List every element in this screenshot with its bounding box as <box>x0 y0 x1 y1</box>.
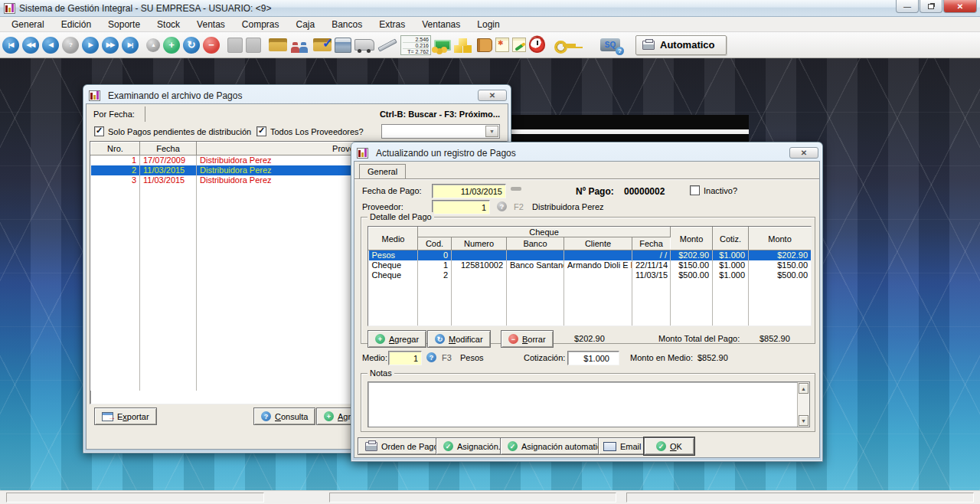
scroll-down-icon[interactable]: ▼ <box>799 415 808 426</box>
nav-first-icon[interactable]: |◀ <box>2 37 19 54</box>
detalle-modificar-button[interactable]: ↻ Modificar <box>427 330 491 348</box>
nav-last-icon[interactable]: ▶| <box>122 37 139 54</box>
menu-ventas[interactable]: Ventas <box>188 18 234 31</box>
auto-print-button[interactable]: Automatico <box>635 35 727 55</box>
medio-lookup-icon[interactable]: ? <box>426 352 436 362</box>
detalle-borrar-button[interactable]: − Borrar <box>501 330 554 348</box>
scroll-up-icon[interactable]: ▲ <box>799 383 808 394</box>
detalle-row[interactable]: Cheque 1 125810002 Banco Santand Armando… <box>369 260 812 270</box>
address-book-icon[interactable] <box>477 38 492 52</box>
orden-de-pago-button[interactable]: Orden de Pago <box>358 437 446 455</box>
email-button[interactable]: Email <box>598 437 647 455</box>
detalle-row[interactable]: Cheque 2 11/03/15 $500.00 $1.000 $500.00 <box>369 270 812 280</box>
combo-dropdown-icon[interactable]: ▼ <box>485 126 498 137</box>
col-medio[interactable]: Medio <box>369 227 418 250</box>
menu-soporte[interactable]: Soporte <box>100 18 149 31</box>
detalle-agregar-button[interactable]: + Agregar <box>368 330 426 348</box>
menu-ventanas[interactable]: Ventanas <box>413 18 469 31</box>
menu-compras[interactable]: Compras <box>234 18 288 31</box>
notas-legend: Notas <box>368 368 394 378</box>
delete-record-icon[interactable]: − <box>203 37 220 54</box>
col-numero[interactable]: Numero <box>452 237 507 250</box>
update-close-icon[interactable]: ✕ <box>789 147 818 159</box>
checkbox-checked-icon[interactable] <box>256 126 266 136</box>
blade-icon[interactable] <box>377 38 397 52</box>
inactivo-checkbox[interactable]: Inactivo? <box>690 185 737 195</box>
filter-pending-checkbox[interactable]: Solo Pagos pendientes de distribución <box>94 126 251 136</box>
col-monto2[interactable]: Monto <box>749 227 812 250</box>
consulta-button[interactable]: ? Consulta <box>253 407 315 425</box>
browse-tab-por-fecha[interactable]: Por Fecha: <box>93 110 135 119</box>
menu-edicion[interactable]: Edición <box>53 18 100 31</box>
notas-scrollbar[interactable]: ▲ ▼ <box>797 382 809 427</box>
menu-extras[interactable]: Extras <box>371 18 413 31</box>
provider-combo[interactable]: ▼ <box>381 124 500 139</box>
checkbox-checked-icon[interactable] <box>94 126 104 136</box>
proveedor-lookup-icon[interactable]: ? <box>497 201 507 211</box>
col-cliente[interactable]: Cliente <box>564 237 632 250</box>
browse-window-titlebar[interactable]: Examinando el archivo de Pagos ✕ <box>86 87 508 103</box>
checkbox-unchecked-icon[interactable] <box>690 185 700 195</box>
col-monto[interactable]: Monto <box>671 227 713 250</box>
minimize-button[interactable]: — <box>896 0 919 13</box>
gold-cubes-icon[interactable] <box>454 38 474 53</box>
edit-note-icon[interactable] <box>512 38 526 52</box>
col-cod[interactable]: Cod. <box>418 237 452 250</box>
asignacion-automatica-button[interactable]: ✓ Asignación automatica <box>500 437 614 455</box>
menu-bancos[interactable]: Bancos <box>323 18 371 31</box>
customers-icon[interactable] <box>290 38 310 53</box>
col-cotiz[interactable]: Cotiz. <box>713 227 749 250</box>
exchange-rates-panel[interactable]: 2.546 0.216 T= 2.762 <box>400 35 431 55</box>
close-button[interactable]: ✕ <box>943 0 977 13</box>
restore-button[interactable] <box>920 0 942 13</box>
nav-next-icon[interactable]: ▶ <box>82 37 99 54</box>
menu-caja[interactable]: Caja <box>288 18 324 31</box>
collapse-icon[interactable]: ▲ <box>146 38 160 52</box>
add-record-icon[interactable]: + <box>163 37 180 54</box>
nav-fast-prev-icon[interactable]: ◀◀ <box>22 37 39 54</box>
menu-general[interactable]: General <box>3 18 53 31</box>
sql-icon[interactable]: SQ <box>600 38 620 51</box>
fecha-dropdown-icon[interactable] <box>511 187 521 191</box>
cash-register-icon[interactable] <box>335 38 351 53</box>
cell-banco <box>507 250 564 261</box>
notas-textarea[interactable]: ▲ ▼ <box>368 381 810 427</box>
proveedor-input[interactable] <box>432 200 490 214</box>
key-icon[interactable] <box>554 41 577 50</box>
filter-pending-label: Solo Pagos pendientes de distribución <box>108 127 251 136</box>
delivery-truck-icon[interactable] <box>354 39 374 51</box>
menu-login[interactable]: Login <box>469 18 508 31</box>
col-banco[interactable]: Banco <box>507 237 564 250</box>
menu-stock[interactable]: Stock <box>149 18 188 31</box>
fecha-pago-input[interactable] <box>432 184 506 198</box>
new-note-icon[interactable] <box>495 38 509 52</box>
tab-general[interactable]: General <box>359 164 406 179</box>
ok-button[interactable]: ✓ OK <box>644 437 694 455</box>
nav-fast-next-icon[interactable]: ▶▶ <box>102 37 119 54</box>
total-value: $852.90 <box>760 334 790 343</box>
orders-check-icon[interactable] <box>313 38 332 51</box>
refresh-record-icon[interactable]: ↻ <box>183 37 200 54</box>
money-icon[interactable] <box>434 40 451 51</box>
filter-all-providers-label: Todos Los Proveedores? <box>270 127 364 136</box>
medio-input[interactable] <box>388 351 422 365</box>
col-fecha[interactable]: Fecha <box>140 142 197 155</box>
alarm-clock-icon[interactable] <box>529 37 545 53</box>
browse-close-icon[interactable]: ✕ <box>478 90 507 101</box>
browse-window-title: Examinando el archivo de Pagos <box>108 90 242 101</box>
exportar-button[interactable]: Exportar <box>94 407 157 425</box>
col-nro[interactable]: Nro. <box>91 142 140 155</box>
cell-cliente <box>564 270 632 280</box>
col-fecha[interactable]: Fecha <box>632 237 671 250</box>
nav-prev-icon[interactable]: ◀ <box>42 37 59 54</box>
products-box-icon[interactable] <box>269 38 287 51</box>
cell-cotiz: $1.000 <box>713 260 749 270</box>
detalle-row-selected[interactable]: Pesos 0 / / $202.90 $1.000 $202.90 <box>369 250 812 261</box>
cotizacion-input[interactable] <box>567 351 619 365</box>
update-window-titlebar[interactable]: Actualizando un registro de Pagos ✕ <box>354 145 820 161</box>
filter-all-providers-checkbox[interactable]: Todos Los Proveedores? <box>256 126 364 136</box>
cell-medio: Cheque <box>369 260 418 270</box>
detalle-table[interactable]: Medio Cheque Monto Cotiz. Monto Cod. Num… <box>368 226 812 326</box>
cell-cotiz: $1.000 <box>713 250 749 261</box>
col-cheque[interactable]: Cheque <box>418 227 671 237</box>
